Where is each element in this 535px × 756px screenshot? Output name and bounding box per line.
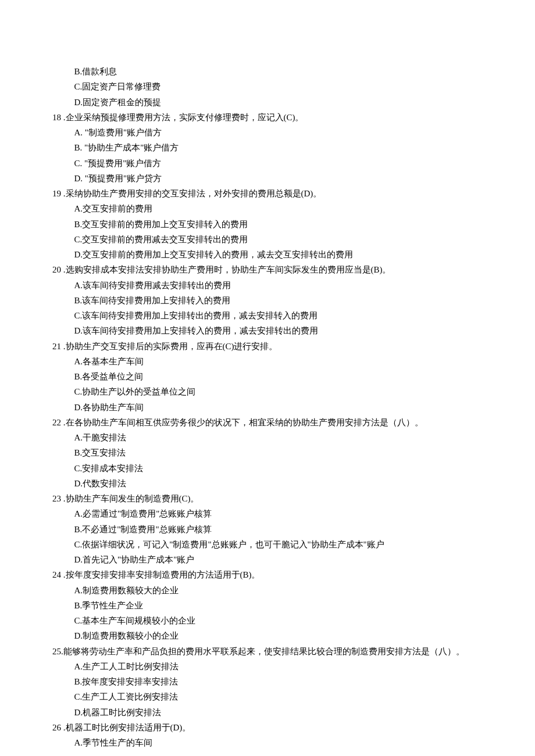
option-line: D. "预提费用"账户贷方 bbox=[52, 171, 500, 186]
option-line: B.交互安排前的费用加上交互安排转入的费用 bbox=[52, 217, 500, 232]
option-line: C.固定资产日常修理费 bbox=[52, 79, 500, 94]
option-line: C.生产工人工资比例安排法 bbox=[52, 689, 500, 704]
question-line: 18 .企业采纳预提修理费用方法，实际支付修理费时，应记入(C)。 bbox=[52, 110, 500, 125]
option-line: B.季节性生产企业 bbox=[52, 598, 500, 613]
question-line: 25.能够将劳动生产率和产品负担的费用水平联系起来，使安排结果比较合理的制造费用… bbox=[52, 644, 500, 659]
option-line: D.各协助生产车间 bbox=[52, 400, 500, 415]
option-line: A.季节性生产的车间 bbox=[52, 735, 500, 750]
question-line: 22 .在各协助生产车间相互供应劳务很少的状况下，相宜采纳的协助生产费用安排方法… bbox=[52, 415, 500, 430]
question-line: 26 .机器工时比例安排法适用于(D)。 bbox=[52, 720, 500, 735]
option-line: A.干脆安排法 bbox=[52, 430, 500, 445]
option-line: C. "预提费用"账户借方 bbox=[52, 156, 500, 171]
option-line: B.不必通过"制造费用"总账账户核算 bbox=[52, 522, 500, 537]
question-line: 19 .采纳协助生产费用安排的交互安排法，对外安排的费用总额是(D)。 bbox=[52, 186, 500, 201]
option-line: B.交互安排法 bbox=[52, 445, 500, 460]
option-line: D.代数安排法 bbox=[52, 476, 500, 491]
option-line: A.交互安排前的费用 bbox=[52, 201, 500, 216]
question-line: 23 .协助生产车间发生的制造费用(C)。 bbox=[52, 491, 500, 506]
question-line: 24 .按年度安排安排率安排制造费用的方法适用于(B)。 bbox=[52, 567, 500, 582]
option-line: D.交互安排前的费用加上交互安排转入的费用，减去交互安排转出的费用 bbox=[52, 247, 500, 262]
option-line: A.必需通过"制造费用"总账账户核算 bbox=[52, 506, 500, 521]
option-line: B.按年度安排安排率安排法 bbox=[52, 674, 500, 689]
option-line: C.该车间待安排费用加上安排转出的费用，减去安排转入的费用 bbox=[52, 308, 500, 323]
option-line: D.制造费用数额较小的企业 bbox=[52, 628, 500, 643]
option-line: A.各基本生产车间 bbox=[52, 354, 500, 369]
question-line: 20 .选购安排成本安排法安排协助生产费用时，协助生产车间实际发生的费用应当是(… bbox=[52, 262, 500, 277]
option-line: C.交互安排前的费用减去交互安排转出的费用 bbox=[52, 232, 500, 247]
option-line: D.固定资产租金的预提 bbox=[52, 95, 500, 110]
option-line: B.该车间待安排费用加上安排转入的费用 bbox=[52, 293, 500, 308]
question-line: 21 .协助生产交互安排后的实际费用，应再在(C)进行安排。 bbox=[52, 339, 500, 354]
option-line: C.基本生产车间规模较小的企业 bbox=[52, 613, 500, 628]
option-line: A.该车间待安排费用减去安排转出的费用 bbox=[52, 278, 500, 293]
option-line: A.生产工人工时比例安排法 bbox=[52, 659, 500, 674]
option-line: C.协助生产以外的受益单位之间 bbox=[52, 384, 500, 399]
option-line: D.该车间待安排费用加上安排转入的费用，减去安排转出的费用 bbox=[52, 323, 500, 338]
option-line: C.安排成本安排法 bbox=[52, 461, 500, 476]
option-line: B.各受益单位之间 bbox=[52, 369, 500, 384]
option-line: A.制造费用数额较大的企业 bbox=[52, 583, 500, 598]
option-line: B. "协助生产成本"账户借方 bbox=[52, 140, 500, 155]
option-line: D.机器工时比例安排法 bbox=[52, 705, 500, 720]
option-line: B.借款利息 bbox=[52, 64, 500, 79]
option-line: C.依据详细状况，可记入"制造费用"总账账户，也可干脆记入"协助生产成本"账户 bbox=[52, 537, 500, 552]
option-line: A. "制造费用"账户借方 bbox=[52, 125, 500, 140]
document-page: B.借款利息C.固定资产日常修理费D.固定资产租金的预提18 .企业采纳预提修理… bbox=[52, 64, 500, 750]
option-line: D.首先记入"协助生产成本"账户 bbox=[52, 552, 500, 567]
